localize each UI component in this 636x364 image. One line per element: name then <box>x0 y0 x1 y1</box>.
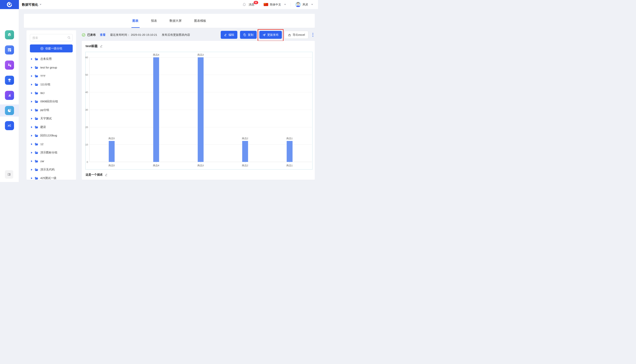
edit-title-pencil-icon[interactable] <box>100 44 103 48</box>
avatar <box>295 2 301 8</box>
caret-right-icon[interactable] <box>31 92 32 94</box>
divider <box>291 3 291 6</box>
sidebar-collapse-button[interactable] <box>5 170 13 178</box>
rail-item-charts[interactable] <box>0 104 19 116</box>
tree-item[interactable]: test for group <box>30 63 73 72</box>
rail-item-ai[interactable] <box>0 89 19 102</box>
folder-icon <box>35 160 38 163</box>
folder-icon <box>35 83 38 86</box>
tree-item-label: TTT <box>40 74 46 78</box>
published-check-icon <box>82 33 85 37</box>
messages-label: 消息 <box>249 3 254 6</box>
caret-right-icon[interactable] <box>31 118 32 120</box>
x-axis-category-label: 商品1 <box>286 164 293 167</box>
copy-button[interactable]: 复制 <box>240 31 257 39</box>
tree-item[interactable]: 12 <box>30 140 73 148</box>
tree-item[interactable]: 回归1220bug <box>30 131 73 140</box>
messages-count-badge: 52 <box>254 1 258 4</box>
caret-right-icon[interactable] <box>31 135 32 136</box>
caret-right-icon[interactable] <box>31 109 32 111</box>
folder-icon <box>35 143 38 146</box>
export-download-icon <box>288 33 291 36</box>
caret-right-icon[interactable] <box>31 160 32 162</box>
messages-menu[interactable]: 消息 52 <box>249 3 254 6</box>
tree-item-label: zar <box>40 160 44 163</box>
tree-item[interactable]: 总务应用 <box>30 55 73 63</box>
x-axis-tick <box>245 162 245 163</box>
create-group-label: 创建一级分组 <box>45 47 62 50</box>
tree-item[interactable]: 天宇测试 <box>30 114 73 123</box>
tree-item[interactable]: 111分组 <box>30 80 73 89</box>
folder-icon <box>35 66 38 69</box>
bar-chart: 0102030405060商品5商品5商品4商品4商品3商品3商品2商品2商品1… <box>85 52 313 170</box>
tree-item-label: WJ <box>40 92 45 94</box>
bar-商品2 <box>242 141 248 162</box>
language-selector[interactable]: ★ 简体中文 <box>264 3 286 6</box>
tabs: 图表报表数据大屏图表模板 <box>133 14 206 28</box>
rail-item-flow[interactable] <box>0 59 19 71</box>
tree-item-label: 0908回归分组 <box>40 100 58 103</box>
copy-icon <box>243 33 246 36</box>
x-axis-category-label: 商品3 <box>197 164 204 167</box>
tree-item[interactable]: 建设 <box>30 123 73 131</box>
caret-right-icon[interactable] <box>31 143 32 145</box>
caret-right-icon[interactable] <box>31 84 32 86</box>
tree-item[interactable]: TTT <box>30 72 73 80</box>
caret-right-icon[interactable] <box>31 152 32 154</box>
rail-item-cube[interactable] <box>0 29 19 41</box>
update-publish-label: 更新发布 <box>267 33 279 37</box>
tree-item[interactable]: 演示图标分组 <box>30 148 73 157</box>
chart-plot: 0102030405060商品5商品5商品4商品4商品3商品3商品2商品2商品1… <box>89 57 312 162</box>
view-link[interactable]: 查看 <box>100 33 106 37</box>
tree-item-label: 回归1220bug <box>40 134 57 137</box>
rail-item-layers[interactable] <box>0 74 19 86</box>
export-excel-button[interactable]: 导出excel <box>285 31 308 39</box>
page-title: 数据可视化 <box>22 2 38 7</box>
user-menu[interactable]: 风灵 <box>295 2 313 8</box>
folder-icon <box>35 58 38 60</box>
tree-item-label: 12 <box>40 142 44 146</box>
edit-button-label: 编辑 <box>229 33 234 37</box>
tab-item-2[interactable]: 数据大屏 <box>170 14 182 28</box>
title-chevron-down-icon[interactable] <box>40 4 42 5</box>
bar-value-label: 商品4 <box>153 53 159 56</box>
update-publish-button[interactable]: 更新发布 <box>259 31 282 39</box>
layers-app-icon <box>5 76 14 85</box>
caret-right-icon[interactable] <box>31 126 32 128</box>
more-options-button[interactable] <box>311 32 315 38</box>
publish-time: 最近发布时间： 2025-01-20 15:10:21 <box>110 33 157 37</box>
caret-right-icon[interactable] <box>31 75 32 77</box>
send-icon <box>263 33 266 36</box>
tree-item[interactable]: 425测试一级 <box>30 174 73 180</box>
chart-description: 这是一个描述 <box>86 173 103 176</box>
caret-right-icon[interactable] <box>31 177 32 179</box>
caret-right-icon[interactable] <box>31 169 32 171</box>
caret-right-icon[interactable] <box>31 58 32 60</box>
y-axis-tick-label: 40 <box>85 91 88 94</box>
language-label: 简体中文 <box>270 3 281 6</box>
tree-item[interactable]: pp分组 <box>30 106 73 114</box>
caret-right-icon[interactable] <box>31 101 32 102</box>
edit-button[interactable]: 编辑 <box>221 31 237 39</box>
tree-item-label: 建设 <box>40 125 46 129</box>
rail-item-shuffle[interactable] <box>0 120 19 132</box>
tab-item-3[interactable]: 图表模板 <box>194 14 206 28</box>
edit-description-pencil-icon[interactable] <box>105 173 108 176</box>
bar-商品4 <box>153 57 159 162</box>
tree-item[interactable]: 0908回归分组 <box>30 97 73 106</box>
tree-item-label: 演示图标分组 <box>40 151 57 154</box>
tree-item[interactable]: WJ <box>30 89 73 97</box>
group-tree: 总务应用 test for group TTT 111分组 WJ 0908回归分… <box>30 55 73 180</box>
tab-item-0[interactable]: 图表 <box>133 14 139 28</box>
bar-value-label: 商品5 <box>109 137 115 140</box>
tree-item[interactable]: zar <box>30 157 73 165</box>
tab-item-1[interactable]: 报表 <box>151 14 157 28</box>
search-input[interactable] <box>30 34 73 41</box>
notification-bell-icon[interactable] <box>243 3 246 6</box>
create-group-button[interactable]: 创建一级分组 <box>30 44 73 52</box>
tree-item[interactable]: 演示无代码 <box>30 165 73 174</box>
app-logo[interactable] <box>0 0 19 9</box>
tabs-card: 图表报表数据大屏图表模板 <box>24 14 315 28</box>
rail-item-layout[interactable] <box>0 44 19 56</box>
caret-right-icon[interactable] <box>31 66 32 68</box>
